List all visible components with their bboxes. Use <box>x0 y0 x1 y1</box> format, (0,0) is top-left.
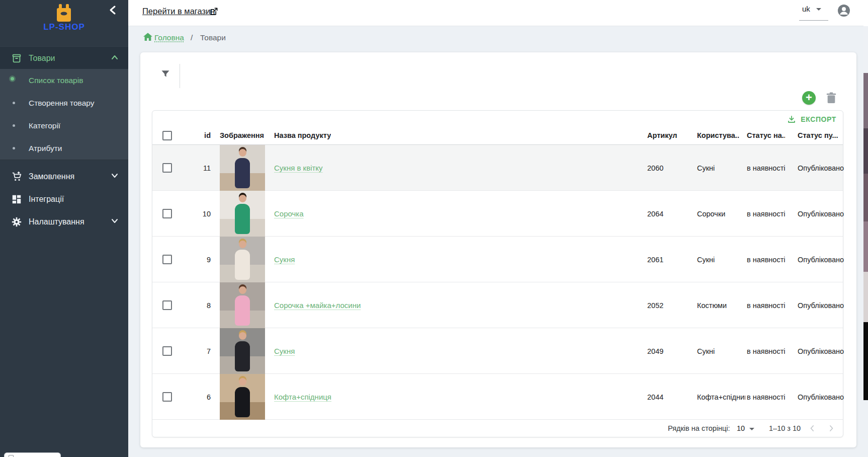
table-row: 8 Сорочка +майка+лосини 2052 Костюми в н… <box>152 282 843 328</box>
home-icon[interactable] <box>143 33 152 41</box>
cell-published: Опубліковано <box>798 210 844 218</box>
column-header-id[interactable]: id <box>186 131 211 139</box>
breadcrumb: Головна / Товари <box>128 26 863 46</box>
add-product-button[interactable]: + <box>802 91 816 105</box>
cell-published: Опубліковано <box>798 347 844 355</box>
integrations-widgets-icon <box>11 194 22 205</box>
external-link-icon[interactable] <box>209 7 219 17</box>
products-table-card: ЕКСПОРТ id Зображення Назва продукту Арт… <box>152 110 843 437</box>
sidebar-group-settings-label: Налаштування <box>29 210 84 233</box>
export-button[interactable]: ЕКСПОРТ <box>801 115 836 123</box>
product-image[interactable] <box>220 282 265 328</box>
figure-dress <box>235 341 250 371</box>
breadcrumb-separator: / <box>191 33 193 42</box>
figure-dress <box>235 387 250 417</box>
cell-category: Сукні <box>697 164 715 172</box>
sidebar-item-create-product[interactable]: Створення товару <box>0 92 128 114</box>
sidebar-group-settings[interactable]: Налаштування <box>0 210 128 233</box>
content-card: + ЕКСПОРТ id Зображення Назва продукту А… <box>140 52 856 447</box>
product-name-link[interactable]: Сорочка +майка+лосини <box>274 301 361 310</box>
product-image[interactable] <box>220 328 265 374</box>
cell-id: 9 <box>186 256 211 264</box>
gear-icon <box>11 216 22 227</box>
breadcrumb-current: Товари <box>200 33 226 42</box>
cell-stock: в наявності <box>747 256 786 264</box>
column-header-name[interactable]: Назва продукту <box>274 131 331 139</box>
column-header-image[interactable]: Зображення <box>220 131 264 139</box>
cell-id: 8 <box>186 301 211 310</box>
sidebar-group-orders[interactable]: Замовлення <box>0 165 128 188</box>
select-all-checkbox[interactable] <box>162 131 172 140</box>
table-row: 10 Сорочка 2064 Сорочки в наявності Опуб… <box>152 191 843 237</box>
sidebar-collapse-icon[interactable] <box>107 4 119 16</box>
breadcrumb-home-link[interactable]: Головна <box>154 33 184 42</box>
sidebar: LP-SHOP Товари Список товарів Створення … <box>0 0 128 457</box>
product-name-link[interactable]: Сукня <box>274 347 295 355</box>
figure-dress <box>235 250 250 280</box>
status-popup-icon <box>9 455 14 457</box>
cell-published: Опубліковано <box>798 164 844 172</box>
sidebar-item-label: Створення товару <box>29 92 94 114</box>
go-to-shop-link[interactable]: Перейти в магазин <box>142 7 215 16</box>
cell-published: Опубліковано <box>798 393 844 401</box>
figure-head <box>239 195 246 202</box>
table-row: 6 Кофта+спідниця 2044 Кофта+спідниця в н… <box>152 374 843 420</box>
product-image[interactable] <box>220 191 265 237</box>
sidebar-item-attributes[interactable]: Атрибути <box>0 137 128 160</box>
column-header-sku[interactable]: Артикул <box>647 131 677 139</box>
row-checkbox[interactable] <box>162 300 172 310</box>
sidebar-item-label: Категорії <box>29 114 60 137</box>
sidebar-submenu-products: Список товарів Створення товару Категорі… <box>0 69 128 160</box>
rows-per-page-select[interactable]: 10 <box>737 424 754 432</box>
column-header-category[interactable]: Користува... <box>697 131 739 139</box>
bullet-icon <box>13 147 15 149</box>
cell-sku: 2049 <box>647 347 663 355</box>
previous-page-icon[interactable] <box>807 423 817 433</box>
row-checkbox[interactable] <box>162 209 172 218</box>
cell-id: 11 <box>186 164 211 172</box>
row-checkbox[interactable] <box>162 255 172 264</box>
column-header-published[interactable]: Статус пу... <box>798 131 838 139</box>
figure-head <box>239 241 246 248</box>
product-name-link[interactable]: Сорочка <box>274 209 304 218</box>
figure-head <box>239 378 246 386</box>
language-select[interactable]: uk <box>802 5 830 14</box>
cell-category: Сорочки <box>697 210 725 218</box>
product-name-link[interactable]: Сукня <box>274 255 295 264</box>
column-header-stock[interactable]: Статус на... <box>747 131 785 139</box>
rows-per-page-value: 10 <box>737 424 745 432</box>
product-image[interactable] <box>220 145 265 191</box>
row-checkbox[interactable] <box>162 392 172 402</box>
cell-published: Опубліковано <box>798 301 844 310</box>
download-icon[interactable] <box>787 115 796 124</box>
bullet-icon <box>13 102 15 104</box>
sidebar-item-label: Список товарів <box>29 69 83 92</box>
product-image[interactable] <box>220 374 265 420</box>
sidebar-item-integrations[interactable]: Інтеграції <box>0 188 128 210</box>
logo-text: LP-SHOP <box>0 22 128 32</box>
chevron-up-icon <box>111 55 118 60</box>
product-name-link[interactable]: Сукня в квітку <box>274 164 323 172</box>
product-image[interactable] <box>220 237 265 282</box>
chevron-down-icon <box>111 173 118 178</box>
product-name-link[interactable]: Кофта+спідниця <box>274 393 331 401</box>
row-checkbox[interactable] <box>162 163 172 173</box>
sidebar-item-integrations-label: Інтеграції <box>29 188 64 210</box>
sidebar-item-product-list[interactable]: Список товарів <box>0 69 128 92</box>
cell-category: Кофта+спідниця <box>697 393 745 401</box>
table-row: 11 Сукня в квітку 2060 Сукні в наявності… <box>152 145 843 191</box>
delete-trash-icon[interactable] <box>826 92 837 104</box>
row-checkbox[interactable] <box>162 346 172 356</box>
cell-sku: 2060 <box>647 164 663 172</box>
table-header: id Зображення Назва продукту Артикул Кор… <box>152 127 843 145</box>
language-value: uk <box>802 5 810 13</box>
sidebar-group-products[interactable]: Товари <box>0 46 128 69</box>
user-avatar-icon[interactable] <box>837 4 850 17</box>
cell-sku: 2052 <box>647 301 663 310</box>
filter-funnel-icon[interactable] <box>160 69 170 79</box>
pagination: Рядків на сторінці: 10 1–10 з 10 <box>152 420 843 437</box>
sidebar-item-categories[interactable]: Категорії <box>0 114 128 137</box>
next-page-icon[interactable] <box>826 423 836 433</box>
cell-category: Сукні <box>697 256 715 264</box>
cell-stock: в наявності <box>747 347 786 355</box>
